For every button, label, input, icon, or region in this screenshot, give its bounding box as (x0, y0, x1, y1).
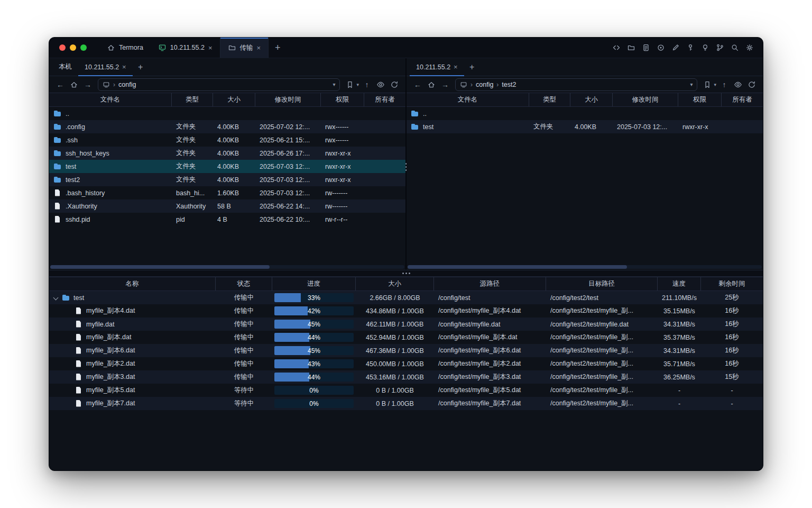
column-header-target[interactable]: 目标路径 (546, 277, 658, 291)
bookmark-button[interactable] (702, 79, 713, 90)
branch-button[interactable] (714, 42, 726, 53)
forward-button[interactable] (439, 79, 451, 90)
column-header-name[interactable]: 文件名 (407, 93, 529, 106)
close-tab-icon[interactable] (122, 64, 126, 70)
file-row[interactable]: .config 文件夹 4.00KB 2025-07-02 12:... rwx… (49, 120, 405, 133)
column-header-mtime[interactable]: 修改时间 (255, 93, 321, 106)
progress-label: 0% (274, 399, 354, 408)
path-breadcrumb[interactable]: config test2 (455, 78, 697, 91)
file-row[interactable]: .bash_history bash_hi... 1.60KB 2025-07-… (49, 186, 405, 199)
transfer-row[interactable]: myfile_副本2.dat 传输中 43% 450.00MB / 1.00GB… (49, 357, 763, 370)
new-tab-button[interactable] (269, 38, 287, 58)
scrollbar-thumb[interactable] (408, 265, 627, 269)
column-header-name[interactable]: 文件名 (49, 93, 172, 106)
transfer-row[interactable]: myfile.dat 传输中 45% 462.11MB / 1.00GB /co… (49, 318, 763, 331)
file-row[interactable]: .Xauthority Xauthority 58 B 2025-06-22 1… (49, 199, 405, 213)
file-row[interactable]: sshd.pid pid 4 B 2025-06-22 10:... rw-r-… (49, 213, 405, 226)
new-panel-tab-button[interactable] (464, 58, 480, 76)
column-header-source[interactable]: 源路径 (434, 277, 546, 291)
close-tab-icon[interactable] (257, 44, 261, 51)
column-header-name[interactable]: 名称 (49, 277, 216, 291)
scrollbar-thumb[interactable] (50, 265, 270, 269)
home-button[interactable] (68, 79, 80, 90)
folder-button[interactable] (625, 42, 637, 53)
show-hidden-button[interactable] (732, 79, 744, 90)
path-breadcrumb[interactable]: config (98, 78, 340, 91)
file-row[interactable]: .. (49, 107, 405, 120)
transfer-target-path: /config/test2/test/myfile_副... (546, 399, 658, 408)
file-row[interactable]: ssh_host_keys 文件夹 4.00KB 2025-06-26 17:.… (49, 147, 405, 160)
zoom-window-button[interactable] (80, 44, 87, 51)
search-button[interactable] (729, 42, 741, 53)
minimize-window-button[interactable] (70, 44, 76, 51)
column-header-perm[interactable]: 权限 (321, 93, 364, 106)
close-tab-icon[interactable] (454, 64, 458, 70)
bookmark-dropdown-icon[interactable] (714, 82, 716, 87)
chevron-down-icon[interactable] (333, 81, 335, 87)
horizontal-scrollbar[interactable] (50, 265, 404, 269)
breadcrumb-segment[interactable]: config (476, 81, 493, 88)
tab-transfer[interactable]: 传输 (220, 38, 269, 58)
close-tab-icon[interactable] (208, 44, 213, 51)
back-button[interactable] (54, 79, 66, 90)
chevron-down-icon[interactable] (690, 81, 693, 87)
transfer-row[interactable]: myfile_副本5.dat 等待中 0% 0 B / 1.00GB /conf… (49, 384, 763, 397)
key-button[interactable] (685, 42, 696, 53)
bookmark-dropdown-icon[interactable] (356, 82, 359, 87)
file-row[interactable]: test 文件夹 4.00KB 2025-07-03 12:... rwxr-x… (49, 160, 405, 173)
column-header-owner[interactable]: 所有者 (364, 93, 405, 106)
column-header-speed[interactable]: 速度 (658, 277, 701, 291)
column-header-progress[interactable]: 进度 (272, 277, 356, 291)
transfer-row[interactable]: myfile_副本.dat 传输中 44% 452.94MB / 1.00GB … (49, 331, 763, 344)
file-permissions: rwxr-xr-x (678, 123, 722, 131)
show-hidden-button[interactable] (375, 79, 386, 90)
transfer-row[interactable]: test 传输中 33% 2.66GB / 8.00GB /config/tes… (49, 291, 763, 304)
transfer-row[interactable]: myfile_副本4.dat 传输中 42% 434.86MB / 1.00GB… (49, 304, 763, 318)
home-button[interactable] (426, 79, 437, 90)
transfer-row[interactable]: myfile_副本3.dat 传输中 44% 453.16MB / 1.00GB… (49, 370, 763, 384)
column-header-size[interactable]: 大小 (213, 93, 255, 106)
code-button[interactable] (611, 42, 622, 53)
file-row[interactable]: test 文件夹 4.00KB 2025-07-03 12:... rwxr-x… (407, 120, 763, 133)
column-header-type[interactable]: 类型 (529, 93, 570, 106)
transfer-status: 等待中 (216, 399, 272, 408)
back-button[interactable] (412, 79, 423, 90)
log-button[interactable] (640, 42, 652, 53)
refresh-button[interactable] (746, 79, 758, 90)
forward-button[interactable] (82, 79, 94, 90)
column-header-mtime[interactable]: 修改时间 (613, 93, 678, 106)
breadcrumb-segment[interactable]: test2 (502, 81, 516, 88)
file-row[interactable]: .ssh 文件夹 4.00KB 2025-06-21 15:... rwx---… (49, 133, 405, 147)
transfer-row[interactable]: myfile_副本7.dat 等待中 0% 0 B / 1.00GB /conf… (49, 397, 763, 410)
transfer-row[interactable]: myfile_副本6.dat 传输中 45% 467.36MB / 1.00GB… (49, 344, 763, 357)
new-panel-tab-button[interactable] (133, 58, 149, 76)
breadcrumb-segment[interactable]: config (118, 81, 136, 88)
file-name: .. (66, 110, 69, 117)
parent-directory-button[interactable] (718, 79, 730, 90)
edit-button[interactable] (670, 42, 681, 53)
tab-termora[interactable]: Termora (99, 38, 151, 58)
column-header-size[interactable]: 大小 (570, 93, 613, 106)
file-row[interactable]: .. (407, 107, 763, 120)
column-header-size[interactable]: 大小 (356, 277, 434, 291)
bulb-button[interactable] (699, 42, 711, 53)
file-row[interactable]: test2 文件夹 4.00KB 2025-07-03 12:... rwxr-… (49, 173, 405, 186)
tab-remote-host[interactable]: 10.211.55.2 (410, 58, 464, 76)
tab-remote-host[interactable]: 10.211.55.2 (78, 58, 133, 76)
column-header-status[interactable]: 状态 (216, 277, 272, 291)
record-button[interactable] (655, 42, 667, 53)
tab-local[interactable]: 本机 (52, 58, 78, 76)
column-header-owner[interactable]: 所有者 (722, 93, 763, 106)
refresh-button[interactable] (389, 79, 400, 90)
close-window-button[interactable] (59, 44, 66, 51)
column-header-type[interactable]: 类型 (172, 93, 213, 106)
settings-button[interactable] (744, 42, 755, 53)
column-header-perm[interactable]: 权限 (678, 93, 722, 106)
column-header-eta[interactable]: 剩余时间 (701, 277, 763, 291)
horizontal-splitter[interactable] (49, 270, 763, 277)
horizontal-scrollbar[interactable] (408, 265, 762, 269)
bookmark-button[interactable] (344, 79, 356, 90)
tab-host[interactable]: 10.211.55.2 (151, 38, 220, 58)
chevron-down-icon[interactable] (52, 295, 59, 301)
parent-directory-button[interactable] (361, 79, 373, 90)
